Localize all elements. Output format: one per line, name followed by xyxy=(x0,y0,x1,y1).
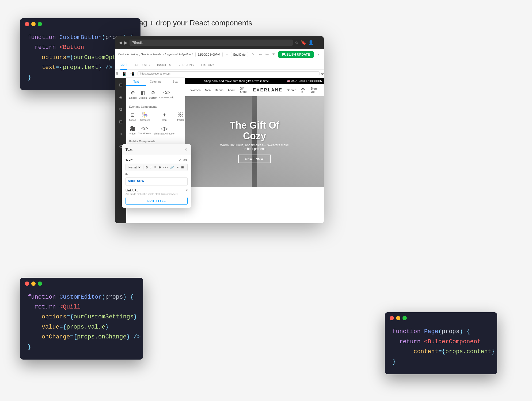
browser-chrome: ◀ ▶ 75/edit ☆ 🔖 👤 ⋮ xyxy=(115,36,324,49)
undo-icon[interactable]: ↩ xyxy=(259,52,263,57)
icon-component-icon: ✦ xyxy=(162,112,166,118)
shop-now-preview: SHOP NOW xyxy=(128,179,144,183)
sidebar-icon-search[interactable]: ○ xyxy=(117,130,124,138)
panel-tab-box[interactable]: Box xyxy=(165,78,185,86)
tab-versions[interactable]: VERSIONS xyxy=(178,63,194,67)
panel-item-custom[interactable]: ⚙ Custom xyxy=(149,88,158,101)
panel-item-button[interactable]: ⊡ Button xyxy=(128,110,136,123)
traffic-light-red-3 xyxy=(390,316,394,320)
code-content-bottom-left: function CustomEditor(props) { return <Q… xyxy=(20,290,143,360)
edit-style-button[interactable]: EDIT STYLE xyxy=(126,197,188,205)
code-window-bottom-right: function Page(props) { return <BulderCom… xyxy=(385,312,497,374)
redo-icon[interactable]: ↪ xyxy=(265,52,269,57)
code-content-bottom-right: function Page(props) { return <BulderCom… xyxy=(385,324,497,374)
more-options-icon[interactable]: ⋮ xyxy=(316,52,321,57)
nav-about[interactable]: About xyxy=(228,88,235,92)
embed-icon: ⊕ xyxy=(131,90,135,96)
carousel-icon: 🎠 xyxy=(142,112,148,118)
drag-drop-label: Drag + drop your React components xyxy=(131,19,252,27)
tab-insights[interactable]: INSIGHTS xyxy=(157,63,171,67)
bookmark-icon[interactable]: 🔖 xyxy=(301,40,306,45)
panel-item-embed[interactable]: ⊕ Embed xyxy=(128,88,137,101)
dialog-close-icon[interactable]: ✕ xyxy=(184,147,188,152)
panel-tab-text[interactable]: Text xyxy=(126,78,146,86)
back-icon[interactable]: ◀ xyxy=(119,40,122,45)
section-icon: ◧ xyxy=(140,90,145,96)
panel-tab-columns[interactable]: Columns xyxy=(146,78,165,86)
sidebar-icon-move[interactable]: ⊞ xyxy=(117,81,124,88)
clear-format-icon: T̶ₓ xyxy=(126,173,188,176)
close-date-icon[interactable]: ✕ xyxy=(252,52,255,56)
everlane-hero: The Gift Of Cozy Warm, luxurious, and ti… xyxy=(185,96,324,187)
panel-item-trackevents[interactable]: </> TrackEvents xyxy=(138,124,152,137)
user-icon[interactable]: 👤 xyxy=(308,40,314,45)
refresh-icon[interactable]: ⟳ xyxy=(321,72,324,76)
everlane-items-grid: ⊡ Button 🎠 Carousel ✦ Icon 🖼 Image 🎥 xyxy=(126,109,185,138)
end-date: End Date xyxy=(231,52,248,57)
nav-women[interactable]: Women xyxy=(191,88,201,92)
nav-gift-shop[interactable]: Gift Shop xyxy=(240,87,249,93)
publish-update-button[interactable]: PUBLISH UPDATE xyxy=(278,51,314,58)
panel-item-carousel[interactable]: 🎠 Carousel xyxy=(138,110,152,123)
panel-item-video[interactable]: 🎥 Video xyxy=(128,124,136,137)
link-button[interactable]: 🔗 xyxy=(169,165,175,169)
panel-item-section[interactable]: ◧ Section xyxy=(138,88,147,101)
custom-code-icon: </> xyxy=(163,90,170,95)
traffic-light-green xyxy=(38,22,42,26)
format-toolbar: Normal | B I U S </> 🔗 ≡ ☰ xyxy=(126,164,188,171)
nav-search[interactable]: Search xyxy=(287,88,296,92)
everlane-logo: EVERLANE xyxy=(253,88,283,92)
desktop-icon[interactable]: 🖥 xyxy=(115,72,119,76)
text-content-area[interactable]: SHOP NOW xyxy=(126,177,188,186)
dialog-body: Text* ⤢ </> Normal | B I U S </> 🔗 ≡ ☰ T… xyxy=(122,155,191,208)
panel-item-slidefade[interactable]: ◁▷ SlideFadeAnimation xyxy=(153,124,176,137)
hero-shop-now-btn[interactable]: SHOP NOW xyxy=(238,155,271,163)
eye-icon[interactable]: 👁 xyxy=(271,52,276,57)
everlane-banner: Shop early and make sure their gifts arr… xyxy=(185,78,324,84)
code-format-button[interactable]: </> xyxy=(162,165,168,169)
tab-history[interactable]: HISTORY xyxy=(201,63,214,67)
usd-label: 🇺🇸 USD xyxy=(287,79,297,82)
sidebar-icon-layers[interactable]: ⧉ xyxy=(117,106,124,113)
code-icon[interactable]: </> xyxy=(183,158,188,162)
dialog-title: Text xyxy=(126,148,132,152)
traffic-light-red xyxy=(25,22,29,26)
mobile-icon[interactable]: 📲 xyxy=(130,72,134,76)
code-window-bottom-left: function CustomEditor(props) { return <Q… xyxy=(20,278,143,360)
star-icon[interactable]: ☆ xyxy=(295,40,299,45)
menu-icon[interactable]: ⋮ xyxy=(316,40,320,45)
traffic-light-green-2 xyxy=(38,282,42,286)
expand-icon[interactable]: ⤢ xyxy=(179,158,181,162)
builder-toolbar: Device is desktop, Gender is female or l… xyxy=(115,49,324,60)
hero-title: The Gift Of Cozy xyxy=(220,120,289,141)
tab-edit[interactable]: EDIT xyxy=(120,60,127,70)
strikethrough-button[interactable]: S xyxy=(158,165,161,169)
format-select[interactable]: Normal xyxy=(127,166,142,169)
accessibility-link[interactable]: Enable Accessibility xyxy=(299,79,322,82)
builder-tabs: EDIT A/B TESTS INSIGHTS VERSIONS HISTORY xyxy=(115,60,324,70)
bold-button[interactable]: B xyxy=(145,165,149,169)
list-ordered-button[interactable]: ≡ xyxy=(176,165,179,169)
list-unordered-button[interactable]: ☰ xyxy=(180,165,185,169)
tab-ab-tests[interactable]: A/B TESTS xyxy=(135,63,150,67)
nav-denim[interactable]: Denim xyxy=(215,88,223,92)
nav-signup[interactable]: Sign Up xyxy=(311,87,318,93)
sidebar-icon-shapes[interactable]: ◈ xyxy=(117,93,124,101)
link-url-expand-icon[interactable]: ▾ xyxy=(186,188,188,192)
panel-item-image[interactable]: 🖼 Image xyxy=(177,110,184,123)
tablet-icon[interactable]: 📱 xyxy=(122,72,127,76)
builder-components-header: Builder Components xyxy=(126,138,185,144)
custom-icon: ⚙ xyxy=(151,90,155,96)
nav-men[interactable]: Men xyxy=(205,88,211,92)
sidebar-icon-grid[interactable]: ⊞ xyxy=(117,118,124,125)
forward-icon[interactable]: ▶ xyxy=(124,40,127,45)
nav-login[interactable]: Log In xyxy=(301,87,306,93)
link-url-hint: Set this to make this whole block link s… xyxy=(126,193,188,195)
panel-item-icon-component[interactable]: ✦ Icon xyxy=(153,110,176,123)
image-component-icon: 🖼 xyxy=(178,112,183,118)
everlane-nav: Women Men Denim About Gift Shop EVERLANE… xyxy=(185,84,324,96)
panel-item-custom-code[interactable]: </> Custom Code xyxy=(159,88,175,101)
underline-button[interactable]: U xyxy=(153,165,157,169)
italic-button[interactable]: I xyxy=(150,165,152,169)
slidefade-icon: ◁▷ xyxy=(161,126,168,132)
